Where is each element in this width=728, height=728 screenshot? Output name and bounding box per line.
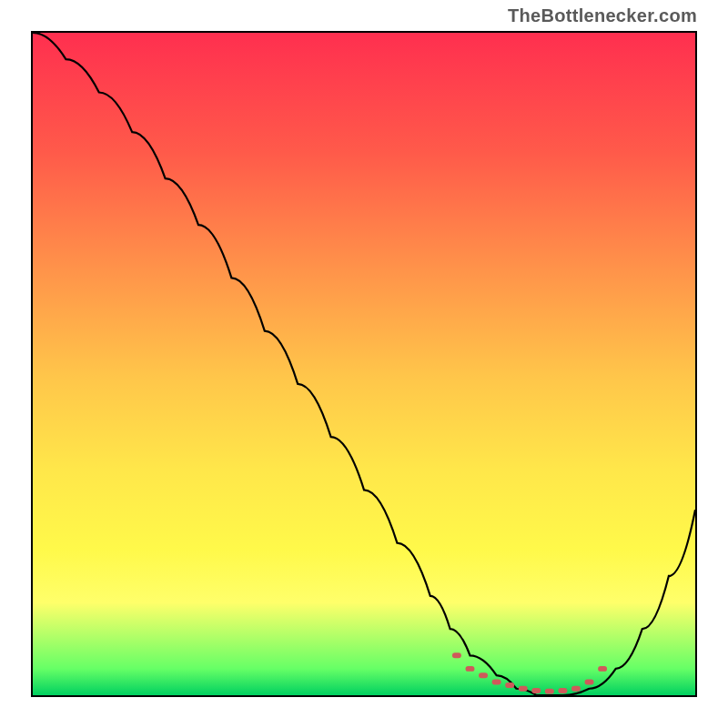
flat-bottom-markers — [452, 652, 607, 693]
plot-area — [31, 31, 697, 697]
bottleneck-curve — [33, 33, 695, 695]
svg-rect-1 — [466, 666, 475, 672]
watermark-text: TheBottlenecker.com — [508, 5, 697, 26]
svg-rect-9 — [571, 686, 581, 692]
svg-rect-6 — [531, 688, 541, 693]
svg-rect-2 — [479, 672, 488, 678]
svg-rect-11 — [598, 666, 607, 672]
svg-rect-7 — [545, 689, 554, 694]
svg-rect-8 — [558, 688, 567, 693]
chart-svg — [33, 33, 695, 695]
svg-rect-5 — [519, 686, 528, 692]
svg-rect-10 — [585, 679, 594, 684]
svg-rect-4 — [505, 682, 514, 688]
svg-rect-3 — [492, 679, 501, 684]
svg-rect-0 — [452, 652, 461, 658]
chart-container: TheBottlenecker.com — [0, 0, 728, 728]
